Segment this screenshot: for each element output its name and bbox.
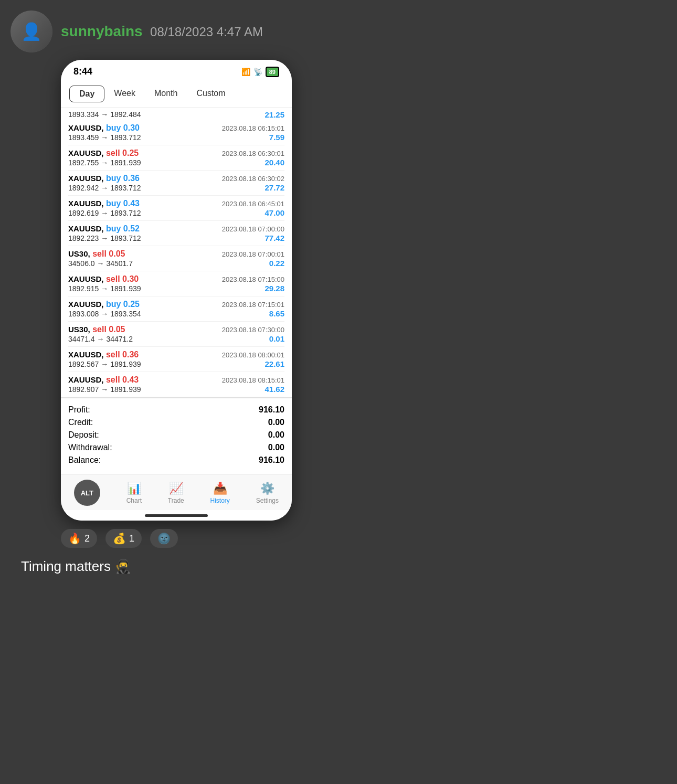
trade-prices: 1893.459 → 1893.712 <box>68 133 141 142</box>
alt-button[interactable]: ALT <box>74 480 100 506</box>
trade-direction: sell 0.43 <box>106 375 139 384</box>
trade-item: XAUUSD, buy 0.25 2023.08.18 07:15:01 189… <box>68 296 284 322</box>
trades-container: XAUUSD, buy 0.30 2023.08.18 06:15:01 189… <box>68 120 284 397</box>
deposit-label: Deposit: <box>68 430 99 440</box>
avatar: 👤 <box>10 10 52 52</box>
trade-direction: sell 0.36 <box>106 350 139 359</box>
summary-balance: Balance: 916.10 <box>68 454 284 467</box>
trade-symbol: XAUUSD, <box>68 224 104 233</box>
trade-profit: 77.42 <box>265 234 284 242</box>
reaction-fire[interactable]: 🔥 2 <box>61 529 97 548</box>
trade-prices: 1892.915 → 1891.939 <box>68 284 141 293</box>
summary-profit: Profit: 916.10 <box>68 404 284 416</box>
history-icon: 📥 <box>213 482 227 495</box>
trade-symbol: XAUUSD, <box>68 149 104 157</box>
trade-profit: 47.00 <box>265 208 284 217</box>
chat-container: 👤 sunnybains 08/18/2023 4:47 AM 8:44 📶 📡… <box>0 0 677 596</box>
trades-list: 1893.334 → 1892.484 21.25 XAUUSD, buy 0.… <box>61 108 292 397</box>
avatar-image: 👤 <box>10 10 52 52</box>
trade-label: Trade <box>168 497 184 504</box>
first-trade-prices: 1893.334 → 1892.484 <box>68 110 141 119</box>
trade-item: XAUUSD, sell 0.25 2023.08.18 06:30:01 18… <box>68 145 284 171</box>
trade-direction: buy 0.43 <box>106 199 140 208</box>
trade-symbol: US30, <box>68 325 90 334</box>
trade-datetime: 2023.08.18 07:00:01 <box>222 250 284 258</box>
battery-icon: 89 <box>266 67 279 77</box>
reaction-money[interactable]: 💰 1 <box>105 529 142 548</box>
withdrawal-value: 0.00 <box>268 443 284 452</box>
trade-prices: 1892.755 → 1891.939 <box>68 158 141 167</box>
wifi-icon: 📡 <box>253 68 262 76</box>
profit-value: 916.10 <box>259 405 284 415</box>
trade-symbol: XAUUSD, <box>68 174 104 183</box>
trade-profit: 29.28 <box>265 284 284 293</box>
tab-week[interactable]: Week <box>104 86 145 102</box>
trade-item: XAUUSD, buy 0.36 2023.08.18 06:30:02 189… <box>68 171 284 196</box>
summary-withdrawal: Withdrawal: 0.00 <box>68 441 284 454</box>
settings-icon: ⚙️ <box>260 482 274 495</box>
status-icons: 📶 📡 89 <box>241 67 279 77</box>
trade-direction: sell 0.30 <box>106 274 139 283</box>
trade-symbol: XAUUSD, <box>68 123 104 132</box>
trade-datetime: 2023.08.18 07:15:01 <box>222 301 284 309</box>
summary-section: Profit: 916.10 Credit: 0.00 Deposit: 0.0… <box>61 397 292 474</box>
trade-profit: 27.72 <box>265 183 284 192</box>
trade-symbol: US30, <box>68 249 90 258</box>
nav-alt[interactable]: ALT <box>74 480 100 506</box>
trade-direction: sell 0.05 <box>92 325 125 334</box>
nav-settings[interactable]: ⚙️ Settings <box>256 482 279 504</box>
tab-day[interactable]: Day <box>69 86 104 102</box>
trade-datetime: 2023.08.18 06:30:02 <box>222 175 284 183</box>
trade-direction: buy 0.25 <box>106 300 140 309</box>
message-timestamp: 08/18/2023 4:47 AM <box>150 25 263 39</box>
signal-icon: 📶 <box>241 68 250 76</box>
caption: Timing matters 🥷 <box>21 558 667 575</box>
reactions: 🔥 2 💰 1 🌚 <box>61 529 667 548</box>
fire-emoji: 🔥 <box>68 532 81 545</box>
trade-direction: buy 0.36 <box>106 174 140 183</box>
chart-label: Chart <box>126 497 142 504</box>
trade-datetime: 2023.08.18 07:30:00 <box>222 326 284 334</box>
trade-profit: 7.59 <box>269 133 284 142</box>
period-tabs: Day Week Month Custom <box>61 81 292 108</box>
trade-prices: 1892.942 → 1893.712 <box>68 184 141 192</box>
tab-custom[interactable]: Custom <box>187 86 235 102</box>
trade-direction: sell 0.05 <box>92 249 125 258</box>
trade-direction: buy 0.52 <box>106 224 140 233</box>
trade-datetime: 2023.08.18 07:15:00 <box>222 276 284 283</box>
trade-profit: 41.62 <box>265 385 284 394</box>
phone-mockup: 8:44 📶 📡 89 Day Week Month Custom 1893.3… <box>61 60 292 521</box>
trade-symbol: XAUUSD, <box>68 199 104 208</box>
trade-symbol: XAUUSD, <box>68 350 104 359</box>
first-trade-row: 1893.334 → 1892.484 21.25 <box>68 108 284 120</box>
home-bar <box>145 514 208 517</box>
username: sunnybains <box>61 23 143 39</box>
nav-history[interactable]: 📥 History <box>210 482 230 504</box>
reaction-mask[interactable]: 🌚 <box>150 529 178 548</box>
summary-deposit: Deposit: 0.00 <box>68 429 284 441</box>
message-header: 👤 sunnybains 08/18/2023 4:47 AM <box>10 10 667 52</box>
trade-profit: 0.01 <box>269 334 284 343</box>
trade-prices: 34506.0 → 34501.7 <box>68 259 133 268</box>
mask-emoji: 🌚 <box>157 532 171 545</box>
nav-trade[interactable]: 📈 Trade <box>168 482 184 504</box>
trade-datetime: 2023.08.18 06:30:01 <box>222 150 284 157</box>
trade-datetime: 2023.08.18 07:00:00 <box>222 225 284 233</box>
fire-count: 2 <box>84 533 90 544</box>
trade-item: XAUUSD, buy 0.30 2023.08.18 06:15:01 189… <box>68 120 284 145</box>
balance-value: 916.10 <box>259 455 284 465</box>
trade-prices: 34471.4 → 34471.2 <box>68 335 133 343</box>
tab-month[interactable]: Month <box>145 86 187 102</box>
trade-datetime: 2023.08.18 06:45:01 <box>222 200 284 208</box>
trade-prices: 1892.907 → 1891.939 <box>68 385 141 394</box>
withdrawal-label: Withdrawal: <box>68 443 112 452</box>
credit-label: Credit: <box>68 418 93 427</box>
trade-prices: 1892.223 → 1893.712 <box>68 234 141 242</box>
trade-prices: 1893.008 → 1893.354 <box>68 310 141 318</box>
trade-item: US30, sell 0.05 2023.08.18 07:30:00 3447… <box>68 322 284 347</box>
nav-chart[interactable]: 📊 Chart <box>126 482 142 504</box>
trade-profit: 8.65 <box>269 309 284 318</box>
bottom-nav: ALT 📊 Chart 📈 Trade 📥 History ⚙️ Setting… <box>61 474 292 510</box>
money-count: 1 <box>129 533 134 544</box>
trade-item: XAUUSD, sell 0.43 2023.08.18 08:15:01 18… <box>68 372 284 397</box>
